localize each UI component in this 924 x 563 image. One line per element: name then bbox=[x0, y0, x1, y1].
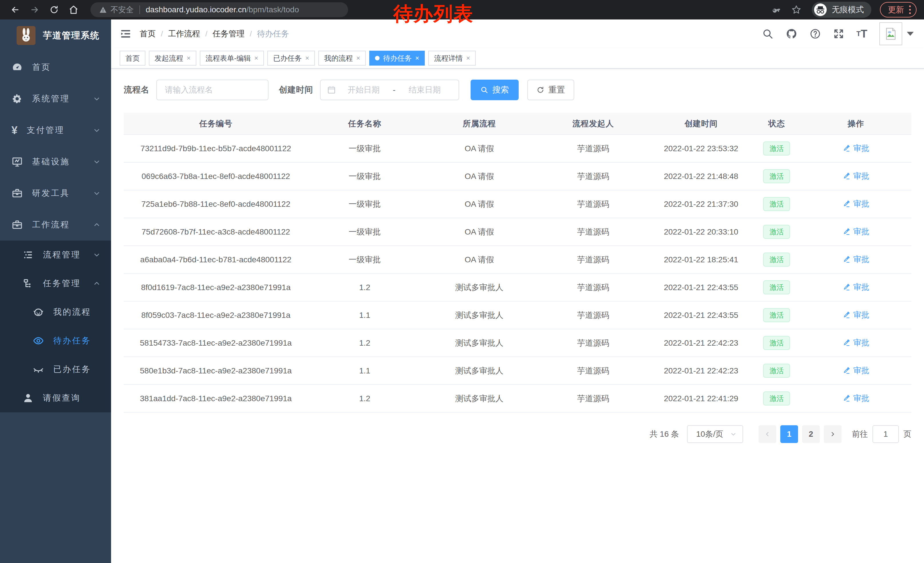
approve-link[interactable]: 审批 bbox=[842, 171, 869, 182]
sidebar-item-home[interactable]: 首页 bbox=[0, 51, 111, 83]
date-range-picker[interactable]: 开始日期 - 结束日期 bbox=[320, 80, 459, 100]
task-id-cell: 580e1b3d-7ac8-11ec-a9e2-a2380e71991a bbox=[124, 357, 308, 384]
goto-page-input[interactable] bbox=[873, 425, 899, 443]
user-icon bbox=[22, 392, 34, 404]
sidebar-logo-row[interactable]: 芋道管理系统 bbox=[0, 20, 111, 51]
end-date-placeholder[interactable]: 结束日期 bbox=[397, 84, 452, 95]
browser-menu-dots-icon[interactable] bbox=[909, 6, 911, 14]
sidebar-item-infra[interactable]: 基础设施 bbox=[0, 146, 111, 177]
tab-流程详情[interactable]: 流程详情× bbox=[428, 51, 476, 66]
status-badge: 激活 bbox=[763, 225, 790, 239]
search-icon[interactable] bbox=[762, 28, 773, 39]
sidebar-item-leave-query[interactable]: 请假查询 bbox=[0, 384, 111, 412]
sidebar-item-process-mgmt[interactable]: 流程管理 bbox=[0, 240, 111, 269]
start-date-placeholder[interactable]: 开始日期 bbox=[336, 84, 391, 95]
sidebar-item-workflow[interactable]: 工作流程 bbox=[0, 209, 111, 240]
sidebar-item-my-process[interactable]: 我的流程 bbox=[0, 298, 111, 326]
search-button-label: 搜索 bbox=[492, 84, 509, 96]
breadcrumb: 首页/工作流程/任务管理/待办任务 bbox=[140, 29, 289, 39]
approve-link[interactable]: 审批 bbox=[842, 198, 869, 209]
tab-发起流程[interactable]: 发起流程× bbox=[149, 51, 196, 66]
approve-link[interactable]: 审批 bbox=[842, 254, 869, 265]
page-button-1[interactable]: 1 bbox=[780, 425, 798, 443]
back-button[interactable] bbox=[8, 2, 23, 18]
tab-已办任务[interactable]: 已办任务× bbox=[267, 51, 315, 66]
sidebar-item-devtools[interactable]: 研发工具 bbox=[0, 177, 111, 209]
tab-我的流程[interactable]: 我的流程× bbox=[318, 51, 366, 66]
approve-link[interactable]: 审批 bbox=[842, 226, 869, 237]
task-name-cell: 1.2 bbox=[308, 329, 422, 357]
table-row: 8f0d1619-7ac8-11ec-a9e2-a2380e71991a1.2测… bbox=[124, 273, 911, 301]
approve-link[interactable]: 审批 bbox=[842, 282, 869, 293]
font-size-icon[interactable]: TT bbox=[856, 29, 867, 39]
home-button[interactable] bbox=[66, 2, 81, 18]
breadcrumb-item[interactable]: 任务管理 bbox=[212, 29, 244, 39]
tab-label: 我的流程 bbox=[324, 54, 352, 63]
sidebar-item-system[interactable]: 系统管理 bbox=[0, 83, 111, 114]
sidebar-item-label: 流程管理 bbox=[43, 249, 81, 261]
update-button[interactable]: 更新 bbox=[880, 2, 916, 18]
tab-close-icon[interactable]: × bbox=[187, 55, 190, 62]
task-name-cell: 一级审批 bbox=[308, 218, 422, 246]
approve-link-label: 审批 bbox=[853, 198, 869, 209]
tab-首页[interactable]: 首页 bbox=[120, 51, 146, 66]
robot-icon bbox=[33, 306, 44, 318]
status-cell: 激活 bbox=[753, 301, 800, 329]
search-button[interactable]: 搜索 bbox=[471, 80, 519, 100]
reload-button[interactable] bbox=[46, 2, 62, 18]
column-header: 所属流程 bbox=[422, 113, 537, 135]
task-name-cell: 一级审批 bbox=[308, 135, 422, 162]
status-badge: 激活 bbox=[763, 364, 790, 378]
breadcrumb-item[interactable]: 首页 bbox=[140, 29, 156, 39]
reset-button[interactable]: 重置 bbox=[527, 80, 574, 100]
help-icon[interactable] bbox=[810, 28, 821, 39]
sidebar-item-todo-task[interactable]: 待办任务 bbox=[0, 326, 111, 355]
hamburger-icon[interactable] bbox=[120, 28, 132, 40]
tab-流程表单-编辑[interactable]: 流程表单-编辑× bbox=[200, 51, 264, 66]
process-name-label: 流程名 bbox=[124, 84, 149, 96]
url-bar[interactable]: 不安全 dashboard.yudao.iocoder.cn/bpm/task/… bbox=[90, 2, 348, 17]
approve-link[interactable]: 审批 bbox=[842, 393, 869, 404]
approve-link[interactable]: 审批 bbox=[842, 309, 869, 320]
sidebar-item-done-task[interactable]: 已办任务 bbox=[0, 355, 111, 384]
refresh-icon bbox=[536, 86, 544, 94]
sidebar: 芋道管理系统 首页系统管理¥支付管理基础设施研发工具工作流程流程管理任务管理我的… bbox=[0, 20, 111, 563]
approve-link[interactable]: 审批 bbox=[842, 143, 869, 154]
sidebar-item-payment[interactable]: ¥支付管理 bbox=[0, 114, 111, 146]
fullscreen-icon[interactable] bbox=[833, 28, 844, 39]
sidebar-item-label: 工作流程 bbox=[32, 219, 70, 231]
list-icon bbox=[22, 249, 34, 261]
pencil-icon bbox=[842, 172, 850, 180]
status-badge: 激活 bbox=[763, 197, 790, 211]
tab-close-icon[interactable]: × bbox=[466, 55, 470, 62]
tab-label: 待办任务 bbox=[383, 54, 412, 63]
chevron-down-icon bbox=[93, 126, 101, 134]
tab-close-icon[interactable]: × bbox=[254, 55, 258, 62]
tab-label: 已办任务 bbox=[273, 54, 302, 63]
prev-page-button[interactable] bbox=[759, 425, 776, 443]
avatar-dropdown-caret-icon[interactable] bbox=[907, 32, 914, 36]
next-page-button[interactable] bbox=[824, 425, 842, 443]
process-cell: OA 请假 bbox=[422, 218, 537, 246]
update-label: 更新 bbox=[888, 4, 904, 15]
process-name-input[interactable] bbox=[156, 80, 268, 100]
approve-link[interactable]: 审批 bbox=[842, 365, 869, 376]
table-row: 725a1eb6-7b88-11ec-8ef0-acde48001122一级审批… bbox=[124, 190, 911, 218]
tab-close-icon[interactable]: × bbox=[415, 55, 419, 62]
table-row: 75d72608-7b7f-11ec-a3c8-acde48001122一级审批… bbox=[124, 218, 911, 246]
yen-icon: ¥ bbox=[12, 125, 18, 136]
tab-close-icon[interactable]: × bbox=[356, 55, 360, 62]
key-icon[interactable] bbox=[772, 5, 782, 15]
toolbox-icon bbox=[12, 188, 23, 199]
tab-待办任务[interactable]: 待办任务× bbox=[369, 51, 425, 66]
tab-close-icon[interactable]: × bbox=[305, 55, 309, 62]
page-size-select[interactable]: 10条/页 bbox=[687, 425, 743, 443]
avatar[interactable] bbox=[879, 23, 902, 45]
approve-link[interactable]: 审批 bbox=[842, 337, 869, 348]
forward-button[interactable] bbox=[27, 2, 42, 18]
breadcrumb-item[interactable]: 工作流程 bbox=[168, 29, 200, 39]
page-button-2[interactable]: 2 bbox=[802, 425, 820, 443]
star-icon[interactable] bbox=[791, 5, 801, 15]
github-icon[interactable] bbox=[786, 28, 798, 40]
sidebar-item-task-mgmt[interactable]: 任务管理 bbox=[0, 269, 111, 298]
